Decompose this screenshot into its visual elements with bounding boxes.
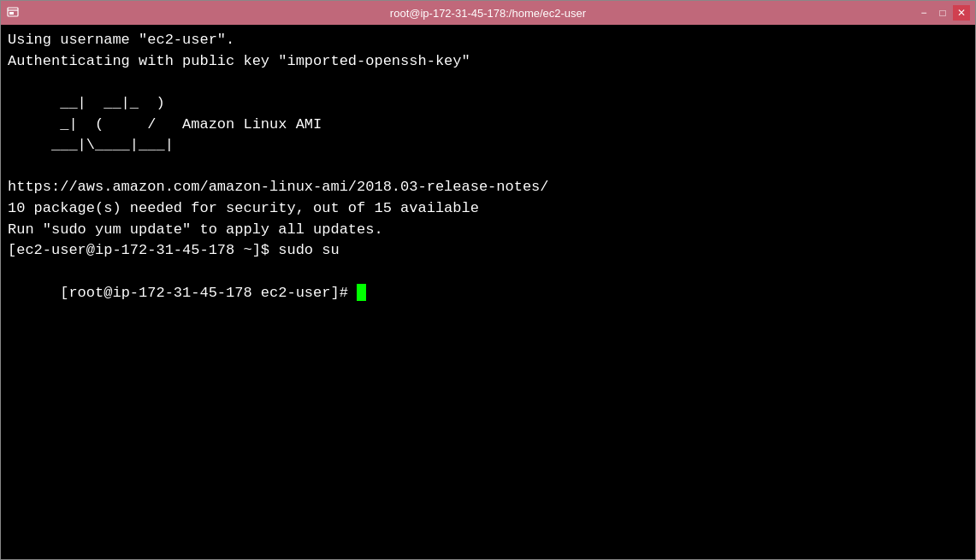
prompt-text: [root@ip-172-31-45-178 ec2-user]# xyxy=(60,285,357,301)
maximize-button[interactable]: □ xyxy=(934,5,951,21)
titlebar: root@ip-172-31-45-178:/home/ec2-user − □… xyxy=(1,1,975,25)
terminal-line: https://aws.amazon.com/amazon-linux-ami/… xyxy=(8,177,968,198)
terminal-line: Authenticating with public key "imported… xyxy=(8,51,968,73)
window-title: root@ip-172-31-45-178:/home/ec2-user xyxy=(390,7,586,20)
svg-rect-2 xyxy=(9,12,14,15)
ascii-art-line3: ___|\____|___| xyxy=(8,135,968,156)
window-controls: − □ ✕ xyxy=(915,5,970,21)
terminal-output[interactable]: Using username "ec2-user". Authenticatin… xyxy=(1,25,975,559)
terminal-line xyxy=(8,72,968,93)
minimize-button[interactable]: − xyxy=(915,5,932,21)
terminal-line: [ec2-user@ip-172-31-45-178 ~]$ sudo su xyxy=(8,240,968,262)
terminal-line: Using username "ec2-user". xyxy=(8,30,968,51)
terminal-line: Run "sudo yum update" to apply all updat… xyxy=(8,220,968,241)
terminal-prompt-line: [root@ip-172-31-45-178 ec2-user]# xyxy=(8,262,968,325)
ascii-art-line1: __| __|_ ) xyxy=(8,93,968,115)
terminal-line xyxy=(8,156,968,178)
terminal-cursor xyxy=(357,284,366,301)
terminal-window: root@ip-172-31-45-178:/home/ec2-user − □… xyxy=(0,0,976,560)
ascii-art-line2: _| ( / Amazon Linux AMI xyxy=(8,115,968,136)
close-button[interactable]: ✕ xyxy=(953,5,970,21)
window-icon xyxy=(6,6,20,20)
terminal-line: 10 package(s) needed for security, out o… xyxy=(8,198,968,220)
